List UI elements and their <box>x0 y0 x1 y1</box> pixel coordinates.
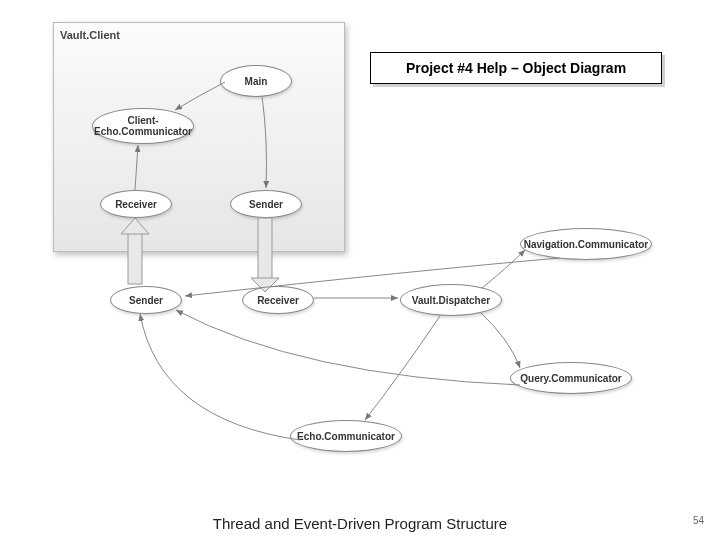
vault-client-region: Vault.Client <box>53 22 345 252</box>
node-client-echo: Client- Echo.Communicator <box>92 108 194 144</box>
node-query-communicator: Query.Communicator <box>510 362 632 394</box>
page-number: 54 <box>693 515 704 526</box>
node-echo-communicator: Echo.Communicator <box>290 420 402 452</box>
node-navigation-communicator: Navigation.Communicator <box>520 228 652 260</box>
slide-footer: Thread and Event-Driven Program Structur… <box>0 515 720 532</box>
node-main: Main <box>220 65 292 97</box>
node-sender-client: Sender <box>230 190 302 218</box>
document-vault-label: Document.Vault <box>583 195 666 207</box>
node-receiver-vault: Receiver <box>242 286 314 314</box>
node-receiver-client: Receiver <box>100 190 172 218</box>
node-dispatcher: Vault.Dispatcher <box>400 284 502 316</box>
node-sender-vault: Sender <box>110 286 182 314</box>
vault-client-label: Vault.Client <box>60 29 120 41</box>
diagram-title: Project #4 Help – Object Diagram <box>370 52 662 84</box>
